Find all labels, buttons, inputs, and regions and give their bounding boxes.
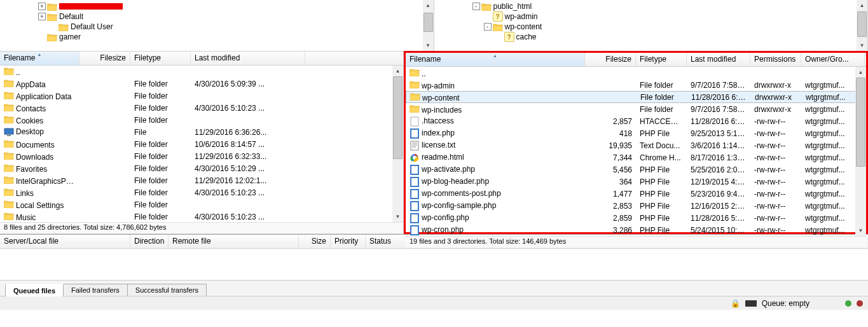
file-cell-type: HTACCESS... [636, 117, 687, 126]
tab-queued-files[interactable]: Queued files [5, 284, 64, 296]
file-cell-mod: 4/30/2016 5:10:23 ... [191, 188, 305, 197]
file-row[interactable]: wp-blog-header.php364PHP File12/19/2015 … [406, 176, 866, 188]
svg-rect-0 [4, 129, 13, 134]
tree-item[interactable]: -public_html [472, 1, 868, 11]
file-cell-name: index.php [406, 129, 585, 139]
tree-item[interactable]: -wp-content [472, 22, 868, 32]
file-row[interactable]: Application DataFile folder [0, 90, 403, 102]
svg-rect-17 [411, 202, 418, 211]
file-row[interactable]: IntelGraphicsPro...File folder11/29/2016… [0, 174, 403, 186]
file-row[interactable]: .htaccess2,857HTACCESS...11/28/2016 6:0.… [406, 115, 866, 127]
column-label: Filename [410, 55, 441, 64]
svg-rect-19 [411, 214, 418, 223]
remote-tree-pane[interactable]: -public_html?wp-admin-wp-content?cache ▲… [434, 0, 869, 51]
column-header[interactable]: Direction [130, 235, 169, 248]
svg-rect-15 [411, 190, 418, 198]
file-row[interactable]: Local SettingsFile folder [0, 198, 403, 211]
column-header[interactable]: Filesize [79, 52, 130, 65]
file-row[interactable]: wp-comments-post.php1,477PHP File5/23/20… [406, 188, 866, 200]
scroll-down-icon[interactable]: ▼ [855, 225, 866, 236]
file-row[interactable]: wp-config.php2,859PHP File11/28/2016 5:5… [406, 212, 866, 224]
column-header[interactable]: Priority [331, 235, 366, 248]
file-cell-name: wp-config-sample.php [406, 201, 585, 211]
scroll-down-icon[interactable]: ▼ [392, 211, 403, 222]
folder-icon [4, 79, 14, 87]
file-row[interactable]: .. [406, 67, 866, 79]
tab-failed-transfers[interactable]: Failed transfers [63, 284, 128, 296]
scroll-thumb[interactable] [856, 78, 865, 167]
scroll-up-icon[interactable]: ▲ [855, 67, 866, 78]
folder-icon [4, 176, 14, 184]
remote-file-list[interactable]: ..wp-adminFile folder9/7/2016 7:58:5...d… [406, 67, 866, 236]
scrollbar[interactable]: ▲ ▼ [392, 66, 403, 222]
file-row[interactable]: wp-includesFile folder9/7/2016 7:58:5...… [406, 103, 866, 115]
file-row[interactable]: wp-contentFile folder11/28/2016 6:0...dr… [406, 91, 866, 103]
queue-body[interactable] [0, 249, 868, 280]
column-header[interactable]: Permissions [750, 53, 801, 66]
column-label: Priority [334, 237, 358, 246]
tree-expand-icon[interactable]: + [38, 13, 46, 20]
file-row[interactable]: DocumentsFile folder10/6/2016 8:14:57 ..… [0, 138, 403, 150]
scroll-up-icon[interactable]: ▲ [423, 0, 434, 11]
column-header[interactable]: Last modified [687, 53, 750, 66]
file-cell-size: 2,857 [585, 117, 636, 126]
scrollbar[interactable]: ▲ ▼ [423, 0, 434, 51]
file-row[interactable]: wp-config-sample.php2,853PHP File12/16/2… [406, 200, 866, 212]
scroll-thumb[interactable] [424, 13, 433, 32]
scrollbar[interactable]: ▲ ▼ [857, 0, 867, 51]
tab-successful-transfers[interactable]: Successful transfers [127, 284, 207, 296]
column-header[interactable]: Owner/Gro... [801, 53, 865, 66]
column-header[interactable]: Filetype [636, 53, 687, 66]
column-header[interactable]: Server/Local file [0, 235, 130, 248]
file-row[interactable]: MusicFile folder4/30/2016 5:10:23 ... [0, 211, 403, 222]
tree-item[interactable]: gamer [38, 32, 434, 42]
column-header[interactable]: ▲Filename [0, 52, 79, 65]
column-header[interactable]: ▲Filename [406, 53, 585, 66]
svg-rect-13 [411, 177, 418, 186]
tree-expand-icon[interactable]: - [472, 3, 480, 10]
file-row[interactable]: AppDataFile folder4/30/2016 5:09:39 ... [0, 78, 403, 90]
column-header[interactable]: Filesize [585, 53, 636, 66]
local-file-list[interactable]: ..AppDataFile folder4/30/2016 5:09:39 ..… [0, 66, 403, 222]
file-cell-name: wp-includes [406, 104, 585, 115]
column-header[interactable]: Filetype [130, 52, 191, 65]
tree-item[interactable]: ?wp-admin [472, 11, 868, 22]
file-row[interactable]: wp-adminFile folder9/7/2016 7:58:5...drw… [406, 79, 866, 91]
scroll-thumb[interactable] [393, 76, 403, 159]
file-cell-perm: drwxrwxr-x [751, 93, 802, 102]
file-row[interactable]: CookiesFile folder [0, 114, 403, 126]
tree-item[interactable]: ?cache [472, 32, 868, 42]
scrollbar[interactable]: ▲ ▼ [855, 67, 866, 236]
file-cell-name: wp-config.php [406, 213, 585, 223]
tree-item[interactable]: +Default [38, 11, 434, 22]
scroll-up-icon[interactable]: ▲ [392, 66, 403, 76]
tree-item[interactable]: Default User [38, 22, 434, 32]
file-row[interactable]: LinksFile folder4/30/2016 5:10:23 ... [0, 186, 403, 198]
column-header[interactable]: Status [366, 235, 493, 248]
folder-icon [47, 13, 57, 21]
local-status: 8 files and 25 directories. Total size: … [0, 222, 403, 233]
tree-expand-icon[interactable]: + [38, 3, 46, 10]
tree-expand-icon[interactable]: - [484, 23, 492, 31]
file-row[interactable]: index.php418PHP File9/25/2013 5:18:...-r… [406, 127, 866, 139]
file-row[interactable]: FavoritesFile folder4/30/2016 5:10:29 ..… [0, 162, 403, 174]
tree-item[interactable]: + [38, 1, 434, 11]
file-row[interactable]: license.txt19,935Text Docu...3/6/2016 1:… [406, 139, 866, 151]
file-row[interactable]: readme.html7,344Chrome H...8/17/2016 1:3… [406, 151, 866, 164]
column-header[interactable]: Remote file [169, 235, 299, 248]
column-header[interactable]: Size [299, 235, 331, 248]
column-header[interactable]: Last modified [191, 52, 305, 65]
scroll-up-icon[interactable]: ▲ [857, 0, 867, 11]
local-tree-pane[interactable]: ++DefaultDefault Usergamer ▲ ▼ [0, 0, 434, 51]
file-row[interactable]: wp-activate.php5,456PHP File5/25/2016 2:… [406, 164, 866, 176]
scroll-down-icon[interactable]: ▼ [423, 40, 434, 51]
question-icon: ? [493, 11, 503, 22]
file-row[interactable]: .. [0, 66, 403, 78]
file-row[interactable]: DownloadsFile folder11/29/2016 6:32:33..… [0, 150, 403, 162]
file-cell-type: File folder [130, 92, 191, 101]
scroll-down-icon[interactable]: ▼ [857, 40, 867, 51]
folder-icon [4, 188, 14, 196]
file-row[interactable]: DesktopFile11/29/2016 6:36:26... [0, 126, 403, 138]
file-row[interactable]: ContactsFile folder4/30/2016 5:10:23 ... [0, 102, 403, 114]
scroll-thumb[interactable] [857, 11, 867, 37]
